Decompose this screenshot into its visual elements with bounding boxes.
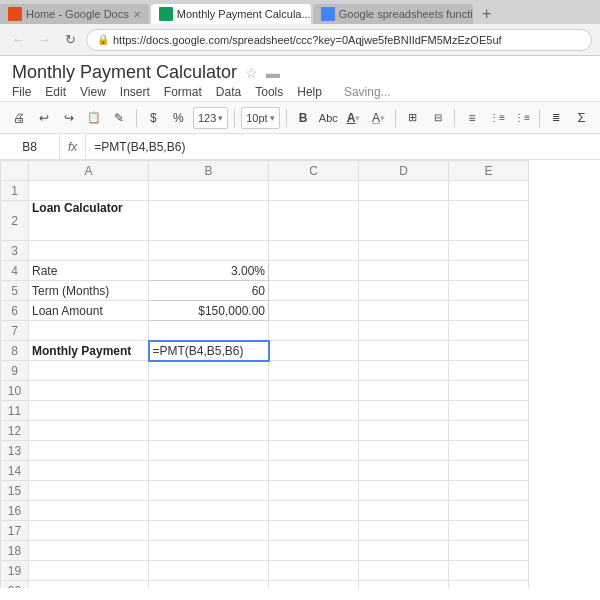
cell-a8-monthly-label[interactable]: Monthly Payment: [29, 341, 149, 361]
cell-c7[interactable]: [269, 321, 359, 341]
cell-d14[interactable]: [359, 461, 449, 481]
menu-file[interactable]: File: [12, 85, 31, 99]
new-tab-button[interactable]: +: [475, 4, 499, 24]
cell-b17[interactable]: [149, 521, 269, 541]
cell-c10[interactable]: [269, 381, 359, 401]
menu-view[interactable]: View: [80, 85, 106, 99]
cell-b4-rate-value[interactable]: 3.00%: [149, 261, 269, 281]
cell-c19[interactable]: [269, 561, 359, 581]
highlight-color-button[interactable]: A ▾: [368, 107, 389, 129]
cell-a19[interactable]: [29, 561, 149, 581]
cell-b16[interactable]: [149, 501, 269, 521]
menu-insert[interactable]: Insert: [120, 85, 150, 99]
cell-a17[interactable]: [29, 521, 149, 541]
font-color-button[interactable]: A ▾: [343, 107, 364, 129]
menu-format[interactable]: Format: [164, 85, 202, 99]
align-left-button[interactable]: ≡: [461, 107, 482, 129]
merge-button[interactable]: ⊟: [427, 107, 448, 129]
cell-d2[interactable]: [359, 201, 449, 241]
star-icon[interactable]: ☆: [245, 65, 258, 81]
align-btn2[interactable]: ⋮≡: [487, 107, 508, 129]
cell-e3[interactable]: [449, 241, 529, 261]
cell-d19[interactable]: [359, 561, 449, 581]
cell-c6[interactable]: [269, 301, 359, 321]
tab-functions[interactable]: Google spreadsheets functi... ✕: [313, 4, 473, 24]
cell-b15[interactable]: [149, 481, 269, 501]
cell-c17[interactable]: [269, 521, 359, 541]
cell-b5-term-value[interactable]: 60: [149, 281, 269, 301]
cell-e14[interactable]: [449, 461, 529, 481]
sigma-button[interactable]: Σ: [571, 107, 592, 129]
cell-e11[interactable]: [449, 401, 529, 421]
cell-d18[interactable]: [359, 541, 449, 561]
col-header-b[interactable]: B: [149, 161, 269, 181]
cell-d4[interactable]: [359, 261, 449, 281]
cell-c20[interactable]: [269, 581, 359, 589]
cell-b1[interactable]: [149, 181, 269, 201]
cell-e6[interactable]: [449, 301, 529, 321]
redo-button[interactable]: ↪: [58, 107, 79, 129]
dollar-button[interactable]: $: [143, 107, 164, 129]
cell-a11[interactable]: [29, 401, 149, 421]
col-header-e[interactable]: E: [449, 161, 529, 181]
col-header-c[interactable]: C: [269, 161, 359, 181]
cell-b13[interactable]: [149, 441, 269, 461]
cell-b12[interactable]: [149, 421, 269, 441]
cell-b3[interactable]: [149, 241, 269, 261]
cell-e17[interactable]: [449, 521, 529, 541]
cell-e7[interactable]: [449, 321, 529, 341]
cell-e8[interactable]: [449, 341, 529, 361]
cell-a7[interactable]: [29, 321, 149, 341]
cell-d5[interactable]: [359, 281, 449, 301]
address-bar[interactable]: 🔒 https://docs.google.com/spreadsheet/cc…: [86, 29, 592, 51]
reload-button[interactable]: ↻: [60, 30, 80, 50]
cell-e20[interactable]: [449, 581, 529, 589]
cell-b9[interactable]: [149, 361, 269, 381]
cell-b18[interactable]: [149, 541, 269, 561]
abc-button[interactable]: Abc: [318, 107, 339, 129]
number-format-dropdown[interactable]: 123 ▾: [193, 107, 228, 129]
cell-a13[interactable]: [29, 441, 149, 461]
cell-e9[interactable]: [449, 361, 529, 381]
cell-e13[interactable]: [449, 441, 529, 461]
cell-c13[interactable]: [269, 441, 359, 461]
cell-d16[interactable]: [359, 501, 449, 521]
cell-e19[interactable]: [449, 561, 529, 581]
cell-a4-rate-label[interactable]: Rate: [29, 261, 149, 281]
print-button[interactable]: 🖨: [8, 107, 29, 129]
cell-d8[interactable]: [359, 341, 449, 361]
cell-c12[interactable]: [269, 421, 359, 441]
cell-e1[interactable]: [449, 181, 529, 201]
menu-help[interactable]: Help: [297, 85, 322, 99]
cell-d7[interactable]: [359, 321, 449, 341]
cell-e5[interactable]: [449, 281, 529, 301]
cell-a15[interactable]: [29, 481, 149, 501]
cell-a2-loan-title[interactable]: Loan Calculator: [29, 201, 149, 241]
cell-d10[interactable]: [359, 381, 449, 401]
cell-a14[interactable]: [29, 461, 149, 481]
menu-edit[interactable]: Edit: [45, 85, 66, 99]
menu-data[interactable]: Data: [216, 85, 241, 99]
cell-d6[interactable]: [359, 301, 449, 321]
cell-d17[interactable]: [359, 521, 449, 541]
cell-e18[interactable]: [449, 541, 529, 561]
cell-e12[interactable]: [449, 421, 529, 441]
cell-b6-loan-value[interactable]: $150,000.00: [149, 301, 269, 321]
format-paint-button[interactable]: 📋: [83, 107, 104, 129]
col-header-a[interactable]: A: [29, 161, 149, 181]
cell-c16[interactable]: [269, 501, 359, 521]
font-size-dropdown[interactable]: 10pt ▾: [241, 107, 279, 129]
grid-container[interactable]: A B C D E 1 2: [0, 160, 600, 588]
cell-c11[interactable]: [269, 401, 359, 421]
cell-b2[interactable]: [149, 201, 269, 241]
cell-b19[interactable]: [149, 561, 269, 581]
formula-input[interactable]: =PMT(B4,B5,B6): [86, 140, 600, 154]
cell-a1[interactable]: [29, 181, 149, 201]
cell-a6-loan-label[interactable]: Loan Amount: [29, 301, 149, 321]
cell-e15[interactable]: [449, 481, 529, 501]
cell-a5-term-label[interactable]: Term (Months): [29, 281, 149, 301]
cell-e2[interactable]: [449, 201, 529, 241]
cell-e4[interactable]: [449, 261, 529, 281]
cell-d9[interactable]: [359, 361, 449, 381]
cell-c14[interactable]: [269, 461, 359, 481]
